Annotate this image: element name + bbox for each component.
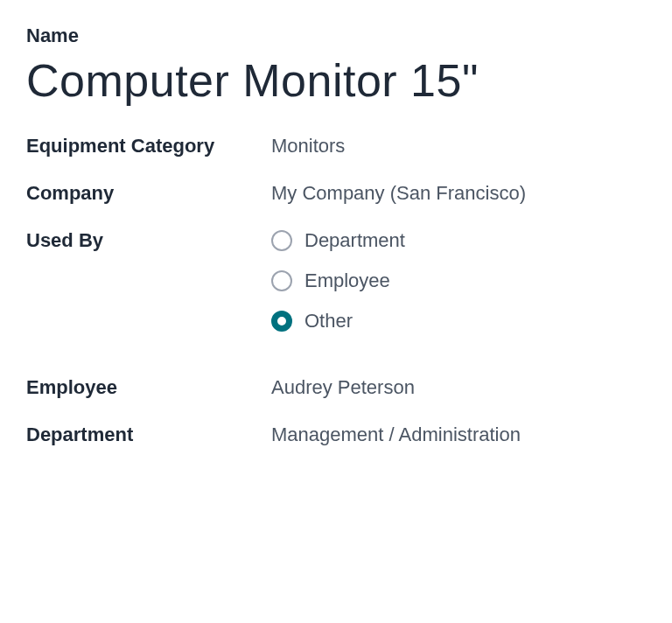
used-by-radio-group: Department Employee Other bbox=[271, 229, 405, 332]
radio-label-other: Other bbox=[304, 310, 353, 332]
radio-icon-selected bbox=[271, 311, 292, 332]
company-row: Company My Company (San Francisco) bbox=[26, 182, 646, 205]
employee-label: Employee bbox=[26, 376, 271, 399]
radio-option-employee[interactable]: Employee bbox=[271, 270, 405, 292]
company-label: Company bbox=[26, 182, 271, 205]
equipment-category-value[interactable]: Monitors bbox=[271, 135, 345, 158]
used-by-label: Used By bbox=[26, 229, 271, 252]
department-value[interactable]: Management / Administration bbox=[271, 424, 521, 446]
equipment-category-row: Equipment Category Monitors bbox=[26, 135, 646, 158]
employee-value[interactable]: Audrey Peterson bbox=[271, 376, 415, 399]
department-label: Department bbox=[26, 424, 271, 446]
radio-icon bbox=[271, 230, 292, 251]
used-by-row: Used By Department Employee Other bbox=[26, 229, 646, 332]
radio-option-other[interactable]: Other bbox=[271, 310, 405, 332]
radio-option-department[interactable]: Department bbox=[271, 229, 405, 252]
radio-icon bbox=[271, 270, 292, 291]
equipment-category-label: Equipment Category bbox=[26, 135, 271, 158]
name-value[interactable]: Computer Monitor 15" bbox=[26, 54, 646, 107]
radio-label-department: Department bbox=[304, 229, 405, 252]
name-label: Name bbox=[26, 24, 646, 47]
radio-label-employee: Employee bbox=[304, 270, 390, 292]
company-value[interactable]: My Company (San Francisco) bbox=[271, 182, 526, 205]
employee-row: Employee Audrey Peterson bbox=[26, 376, 646, 399]
department-row: Department Management / Administration bbox=[26, 424, 646, 446]
